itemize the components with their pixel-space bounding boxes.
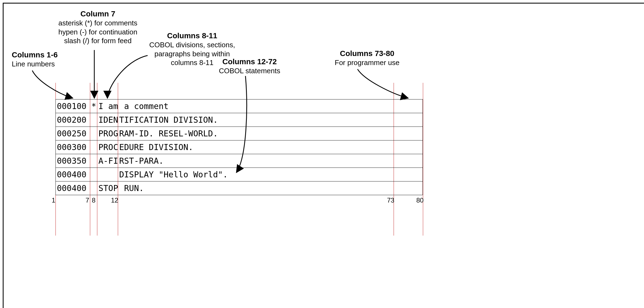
line-number: 000250 [56, 129, 90, 138]
code-row: 000100*I am a comment [55, 99, 423, 113]
line-number: 000200 [56, 115, 90, 125]
label-sub: asterisk (*) for comments [58, 19, 137, 28]
label-sub: slash (/) for form feed [58, 36, 137, 45]
tick-80: 80 [416, 196, 424, 204]
tick-73: 73 [387, 196, 394, 204]
label-title: Columns 1-6 [12, 50, 58, 60]
code-row: 000400STOP RUN. [55, 181, 423, 195]
label-cols-73-80: Columns 73-80 For programmer use [332, 49, 403, 67]
code-row: 000250PROGRAM-ID. RESEL-WORLD. [55, 127, 423, 140]
cobol-coding-form: 000100*I am a comment000200IDENTIFICATIO… [55, 99, 423, 195]
area-b: RUN. [118, 183, 393, 193]
area-b: a comment [118, 101, 393, 111]
area-a: STOP [97, 183, 118, 193]
line-number: 000400 [56, 170, 90, 179]
area-b: RST-PARA. [118, 156, 393, 166]
area-b: DISPLAY "Hello World". [118, 170, 393, 179]
label-title: Columns 12-72 [214, 57, 285, 66]
label-sub: For programmer use [332, 58, 403, 67]
label-sub: Line numbers [12, 60, 58, 69]
label-title: Columns 8-11 [148, 31, 236, 40]
label-sub: COBOL statements [214, 66, 285, 75]
area-b: EDURE DIVISION. [118, 142, 393, 152]
tick-8: 8 [92, 196, 95, 204]
tick-7: 7 [86, 196, 89, 204]
tick-12: 12 [111, 196, 118, 204]
tick-1: 1 [52, 196, 55, 204]
area-a: I am [97, 101, 118, 111]
label-sub: COBOL divisions, sections, [148, 40, 236, 49]
line-number: 000100 [56, 101, 90, 111]
line-number: 000350 [56, 156, 90, 166]
area-a: PROC [97, 142, 118, 152]
label-title: Column 7 [58, 9, 137, 19]
label-cols-1-6: Columns 1-6 Line numbers [12, 50, 58, 69]
line-number: 000400 [56, 183, 90, 193]
area-a: PROG [97, 129, 118, 138]
area-a: IDEN [97, 115, 118, 125]
area-a: A-FI [97, 156, 118, 166]
code-row: 000350A-FIRST-PARA. [55, 154, 423, 168]
indicator-area: * [90, 101, 97, 111]
label-cols-12-72: Columns 12-72 COBOL statements [214, 57, 285, 75]
area-b: RAM-ID. RESEL-WORLD. [118, 129, 393, 138]
code-row: 000300PROCEDURE DIVISION. [55, 140, 423, 154]
label-col-7: Column 7 asterisk (*) for comments hypen… [58, 9, 137, 45]
area-b: TIFICATION DIVISION. [118, 115, 393, 125]
label-title: Columns 73-80 [332, 49, 403, 58]
line-number: 000300 [56, 142, 90, 152]
code-row: 000400DISPLAY "Hello World". [55, 168, 423, 181]
code-row: 000200IDENTIFICATION DIVISION. [55, 113, 423, 127]
label-sub: hypen (-) for continuation [58, 28, 137, 37]
diagram-frame: Columns 1-6 Line numbers Column 7 asteri… [3, 3, 644, 308]
